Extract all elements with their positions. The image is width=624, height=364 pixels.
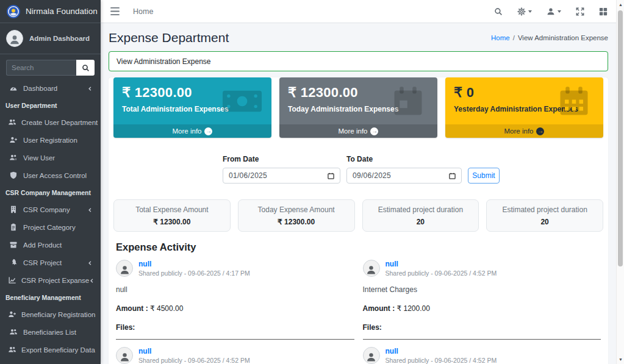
box-icon: [8, 241, 18, 249]
expense-card-body: ₹ 12300.00 Total Administration Expenses…: [109, 77, 608, 364]
brand[interactable]: Nirmala Foundation: [0, 0, 101, 23]
nav-home-link[interactable]: Home: [133, 7, 153, 16]
sidebar-item-project-category[interactable]: Project Category: [0, 218, 101, 236]
activity-meta: Shared publicly - 09-06-2025 / 4:17 PM: [138, 269, 250, 277]
chevron-left-icon: [87, 207, 93, 213]
sidebar-item-view-user[interactable]: View User: [0, 149, 101, 166]
scroll-up-arrow-icon[interactable]: ▲: [617, 2, 624, 7]
sidebar-header-user-department: User Department: [0, 97, 101, 113]
calendar-picker-icon[interactable]: [328, 173, 334, 179]
activity-user-link[interactable]: null: [386, 347, 497, 355]
to-date-input[interactable]: 09/06/2025: [346, 168, 462, 184]
caret-down-icon: [558, 10, 561, 13]
users-gear-icon: [8, 154, 18, 162]
sidebar-item-beneficiary-registration[interactable]: Beneficiary Registration: [0, 305, 101, 323]
activity-item: null Shared publicly - 09-06-2025 / 4:52…: [363, 346, 601, 364]
activity-item: null Shared publicly - 09-06-2025 / 4:52…: [116, 346, 354, 364]
sidebar-search-button[interactable]: [76, 60, 95, 76]
arrow-right-icon: →: [370, 127, 378, 135]
sidebar-item-beneficiaries-list[interactable]: Beneficiaries List: [0, 323, 101, 341]
sidebar-item-dashboard[interactable]: Dashboard: [0, 79, 101, 97]
activity-item: null Shared publicly - 09-06-2025 / 4:17…: [116, 259, 354, 340]
activity-amount: Amount : ₹ 4500.00: [116, 304, 354, 313]
search-icon[interactable]: [494, 7, 503, 16]
clipboard-icon: [8, 223, 18, 231]
user-plus-icon: [8, 136, 18, 144]
user-icon[interactable]: [547, 7, 561, 16]
sidebar-item-export-beneficiary-data[interactable]: Export Beneficiary Data: [0, 341, 101, 359]
from-date-input[interactable]: 01/06/2025: [223, 168, 340, 184]
expand-icon[interactable]: [576, 7, 584, 16]
user-avatar: [6, 30, 23, 47]
scrollbar-thumb[interactable]: [618, 10, 623, 266]
info-box-total: ₹ 12300.00 Total Administration Expenses…: [113, 77, 271, 138]
breadcrumb: Home / View Administration Expense: [491, 34, 608, 41]
expense-activity-heading: Expense Activity: [116, 241, 601, 253]
activity-meta: Shared publicly - 09-06-2025 / 4:52 PM: [138, 357, 250, 364]
info-box-row: ₹ 12300.00 Total Administration Expenses…: [113, 77, 603, 138]
sidebar-item-create-user-department[interactable]: Create User Department: [0, 113, 101, 131]
activity-user-link[interactable]: null: [138, 260, 250, 268]
view-expense-card-header: View Administration Expense: [109, 51, 608, 71]
sidebar-search-input[interactable]: [6, 60, 76, 76]
shield-icon: [8, 171, 18, 179]
activity-files-label: Files:: [116, 323, 354, 332]
summary-card-project-duration-2: Estimated project duration 20: [486, 199, 603, 232]
more-info-link[interactable]: More info →: [445, 124, 603, 138]
sidebar-item-add-product[interactable]: Add Product: [0, 236, 101, 254]
gear-icon[interactable]: [517, 7, 532, 16]
divider: [116, 339, 354, 340]
card-title: View Administration Expense: [117, 57, 211, 66]
building-icon: [8, 205, 18, 213]
activity-avatar: [116, 260, 133, 277]
users-icon: [8, 346, 16, 354]
grid-icon[interactable]: [599, 7, 608, 16]
money-bill-icon: [223, 86, 262, 116]
top-navbar: Home: [101, 0, 616, 23]
info-box-yesterday: ₹ 0 Yesterday Administration Expenses Mo…: [445, 77, 603, 138]
activity-user-link[interactable]: null: [386, 260, 497, 268]
page-scrollbar[interactable]: ▲ ▼: [616, 0, 624, 364]
sidebar-item-csr-project-expanse[interactable]: CSR Project Expanse: [0, 271, 101, 289]
from-date-label: From Date: [223, 155, 340, 163]
divider: [363, 339, 601, 340]
user-panel[interactable]: Admin Dashboard: [0, 23, 101, 54]
activity-amount: Amount : ₹ 1200.00: [363, 304, 601, 313]
sidebar-item-csr-project[interactable]: CSR Project: [0, 254, 101, 271]
chevron-left-icon: [87, 85, 93, 91]
activity-meta: Shared publicly - 09-06-2025 / 4:52 PM: [386, 357, 497, 364]
user-name: Admin Dashboard: [29, 35, 90, 42]
date-filter-form: From Date 01/06/2025 To Date 09/06/2025: [113, 155, 603, 184]
sidebar-search: [6, 60, 95, 76]
activity-description: null: [116, 285, 354, 294]
breadcrumb-home-link[interactable]: Home: [491, 34, 510, 41]
scroll-down-arrow-icon[interactable]: ▼: [617, 357, 624, 362]
chevron-left-icon: [87, 260, 93, 266]
sidebar-item-user-access-control[interactable]: User Access Control: [0, 166, 101, 184]
activity-avatar: [363, 347, 380, 364]
main-content: Expense Department Home / View Administr…: [101, 23, 616, 364]
chart-line-icon: [8, 276, 16, 284]
sidebar-item-user-registration[interactable]: User Registration: [0, 131, 101, 149]
more-info-link[interactable]: More info →: [113, 124, 271, 138]
submit-button[interactable]: Submit: [468, 168, 500, 184]
summary-card-today-expense: Today Expense Amount ₹ 12300.00: [238, 199, 355, 232]
page-title: Expense Department: [109, 30, 229, 45]
sidebar-item-csr-company[interactable]: CSR Company: [0, 201, 101, 218]
hamburger-icon[interactable]: [110, 7, 120, 15]
foundation-logo-icon: [6, 4, 21, 19]
caret-down-icon: [528, 10, 532, 13]
activity-description: Internet Charges: [363, 285, 601, 294]
activity-meta: Shared publicly - 09-06-2025 / 4:52 PM: [386, 269, 497, 277]
sidebar-menu: Dashboard User Department Create User De…: [0, 79, 101, 364]
search-icon: [82, 64, 90, 72]
arrow-right-icon: →: [536, 127, 544, 135]
activity-files-label: Files:: [363, 323, 601, 332]
calendar-picker-icon[interactable]: [449, 173, 456, 179]
summary-card-project-duration-1: Estimated project duration 20: [362, 199, 479, 232]
more-info-link[interactable]: More info →: [279, 124, 437, 138]
summary-card-row: Total Expense Amount ₹ 12300.00 Today Ex…: [113, 199, 603, 232]
rocket-icon: [8, 259, 18, 266]
user-plus-icon: [8, 310, 16, 318]
activity-user-link[interactable]: null: [138, 347, 250, 355]
